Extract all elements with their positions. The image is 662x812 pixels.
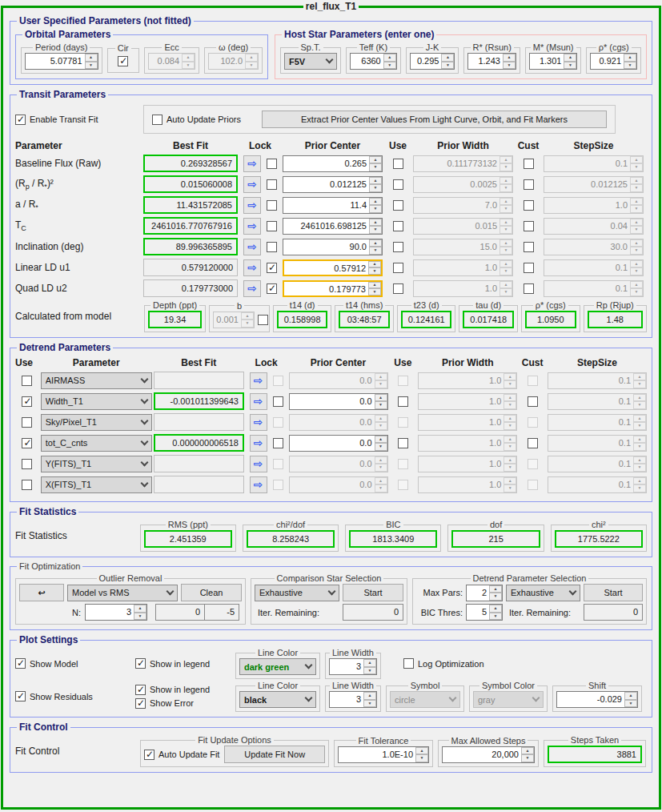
cust-step-checkbox[interactable] bbox=[528, 396, 538, 407]
detrend-param-combo[interactable]: Sky/Pixel_T1 bbox=[41, 414, 152, 431]
use-prior-checkbox[interactable] bbox=[393, 179, 403, 190]
spin-up-icon[interactable]: ▲ bbox=[375, 415, 387, 423]
spin-down-icon[interactable]: ▼ bbox=[375, 464, 387, 472]
spin-up-icon[interactable]: ▲ bbox=[375, 373, 387, 381]
spin-down-icon[interactable]: ▼ bbox=[375, 484, 387, 492]
spinner-buttons[interactable]: ▲▼ bbox=[375, 373, 387, 388]
spin-up-icon[interactable]: ▲ bbox=[369, 177, 382, 185]
spinner-buttons[interactable]: ▲▼ bbox=[500, 281, 512, 296]
use-detrend-checkbox[interactable] bbox=[22, 417, 32, 428]
spin-down-icon[interactable]: ▼ bbox=[504, 401, 516, 409]
prior-width-spinner[interactable]: 1.0▲▼ bbox=[418, 456, 517, 472]
detrend-param-combo[interactable]: tot_C_cnts bbox=[41, 435, 152, 452]
prior-center-spinner[interactable]: 0.0▲▼ bbox=[289, 393, 388, 410]
spin-down-icon[interactable]: ▼ bbox=[375, 401, 387, 409]
spin-up-icon[interactable]: ▲ bbox=[500, 156, 512, 164]
spin-up-icon[interactable]: ▲ bbox=[489, 605, 502, 613]
cust-step-checkbox[interactable] bbox=[524, 179, 534, 190]
spin-down-icon[interactable]: ▼ bbox=[369, 163, 382, 171]
spinner-buttons[interactable]: ▲▼ bbox=[369, 198, 382, 213]
spin-down-icon[interactable]: ▼ bbox=[630, 267, 643, 275]
copy-best-to-prior-button[interactable]: ⇨ bbox=[243, 218, 261, 235]
cust-step-checkbox[interactable] bbox=[524, 200, 534, 211]
lock-checkbox[interactable] bbox=[267, 242, 277, 252]
spin-down-icon[interactable]: ▼ bbox=[85, 62, 98, 70]
spinner-buttons[interactable]: ▲▼ bbox=[504, 436, 516, 451]
spin-up-icon[interactable]: ▲ bbox=[375, 456, 387, 464]
spin-up-icon[interactable]: ▲ bbox=[363, 659, 376, 667]
spin-down-icon[interactable]: ▼ bbox=[363, 700, 376, 708]
spin-down-icon[interactable]: ▼ bbox=[521, 754, 534, 762]
spin-down-icon[interactable]: ▼ bbox=[504, 443, 516, 451]
show-residuals-checkbox[interactable] bbox=[15, 691, 26, 701]
spinner-buttons[interactable]: ▲▼ bbox=[630, 281, 643, 296]
spin-down-icon[interactable]: ▼ bbox=[500, 205, 512, 213]
spin-down-icon[interactable]: ▼ bbox=[500, 163, 512, 171]
lock-checkbox[interactable] bbox=[267, 159, 277, 169]
copy-best-to-prior-button[interactable]: ⇨ bbox=[250, 456, 267, 472]
copy-best-to-prior-button[interactable]: ⇨ bbox=[243, 239, 261, 255]
spin-down-icon[interactable]: ▼ bbox=[500, 288, 512, 296]
spin-down-icon[interactable]: ▼ bbox=[633, 422, 646, 430]
spinner-buttons[interactable]: ▲▼ bbox=[500, 239, 512, 255]
spin-up-icon[interactable]: ▲ bbox=[375, 477, 387, 485]
spin-down-icon[interactable]: ▼ bbox=[441, 62, 454, 70]
spinner-buttons[interactable]: ▲▼ bbox=[368, 282, 381, 295]
spinner-buttons[interactable]: ▲▼ bbox=[375, 436, 387, 451]
prior-center-spinner[interactable]: 0.012125▲▼ bbox=[283, 176, 383, 193]
lock-checkbox[interactable] bbox=[273, 396, 283, 407]
spin-up-icon[interactable]: ▲ bbox=[500, 198, 512, 206]
cust-step-checkbox[interactable] bbox=[524, 221, 534, 231]
spinner-buttons[interactable]: ▲▼ bbox=[383, 54, 396, 69]
residuals-show-in-legend-checkbox[interactable] bbox=[135, 685, 146, 695]
spinner-buttons[interactable]: ▲▼ bbox=[633, 477, 646, 492]
spin-down-icon[interactable]: ▼ bbox=[564, 62, 576, 70]
spin-up-icon[interactable]: ▲ bbox=[245, 54, 258, 62]
n-spinner[interactable]: 3▲▼ bbox=[85, 604, 147, 621]
spin-down-icon[interactable]: ▼ bbox=[500, 226, 512, 234]
spin-up-icon[interactable]: ▲ bbox=[369, 239, 382, 247]
enable-transit-fit-checkbox[interactable] bbox=[15, 115, 26, 125]
spin-up-icon[interactable]: ▲ bbox=[504, 456, 516, 464]
use-detrend-checkbox[interactable] bbox=[22, 396, 32, 407]
spinner-buttons[interactable]: ▲▼ bbox=[504, 373, 516, 388]
prior-center-spinner[interactable]: 0.0▲▼ bbox=[289, 435, 388, 452]
copy-best-to-prior-button[interactable]: ⇨ bbox=[243, 280, 261, 297]
use-prior-checkbox[interactable] bbox=[398, 396, 408, 407]
jk-spinner[interactable]: 0.295▲▼ bbox=[410, 53, 455, 70]
spin-up-icon[interactable]: ▲ bbox=[504, 436, 516, 444]
spin-down-icon[interactable]: ▼ bbox=[375, 422, 387, 430]
spinner-buttons[interactable]: ▲▼ bbox=[245, 54, 258, 69]
spinner-buttons[interactable]: ▲▼ bbox=[369, 239, 382, 255]
detrend-param-combo[interactable]: Width_T1 bbox=[41, 393, 152, 410]
use-detrend-checkbox[interactable] bbox=[22, 459, 32, 469]
spin-up-icon[interactable]: ▲ bbox=[521, 747, 534, 755]
prior-center-spinner[interactable]: 0.0▲▼ bbox=[289, 414, 388, 431]
spin-up-icon[interactable]: ▲ bbox=[630, 219, 643, 227]
spin-down-icon[interactable]: ▼ bbox=[369, 205, 382, 213]
spin-up-icon[interactable]: ▲ bbox=[630, 281, 643, 289]
copy-best-to-prior-button[interactable]: ⇨ bbox=[250, 414, 267, 431]
extract-priors-button[interactable]: Extract Prior Center Values From Light C… bbox=[262, 111, 607, 128]
spin-up-icon[interactable]: ▲ bbox=[500, 260, 512, 268]
use-detrend-checkbox[interactable] bbox=[22, 438, 32, 448]
update-fit-now-button[interactable]: Update Fit Now bbox=[224, 746, 325, 763]
spinner-buttons[interactable]: ▲▼ bbox=[134, 605, 146, 620]
spin-down-icon[interactable]: ▼ bbox=[630, 163, 643, 171]
spinner-buttons[interactable]: ▲▼ bbox=[375, 477, 387, 492]
max-pars-spinner[interactable]: 2▲▼ bbox=[466, 585, 503, 601]
clean-button[interactable]: Clean bbox=[181, 584, 242, 601]
spin-down-icon[interactable]: ▼ bbox=[363, 667, 376, 675]
spin-up-icon[interactable]: ▲ bbox=[624, 692, 637, 700]
spin-down-icon[interactable]: ▼ bbox=[500, 184, 512, 192]
spinner-buttons[interactable]: ▲▼ bbox=[624, 54, 636, 69]
spin-down-icon[interactable]: ▼ bbox=[383, 62, 396, 70]
rho-spinner[interactable]: 0.921▲▼ bbox=[590, 53, 637, 70]
spin-up-icon[interactable]: ▲ bbox=[633, 477, 646, 485]
prior-center-spinner[interactable]: 0.0▲▼ bbox=[289, 456, 388, 472]
spin-up-icon[interactable]: ▲ bbox=[633, 456, 646, 464]
teff-spinner[interactable]: 6360▲▼ bbox=[350, 53, 397, 70]
spin-down-icon[interactable]: ▼ bbox=[241, 320, 254, 328]
spin-up-icon[interactable]: ▲ bbox=[241, 312, 254, 320]
spin-down-icon[interactable]: ▼ bbox=[504, 464, 516, 472]
